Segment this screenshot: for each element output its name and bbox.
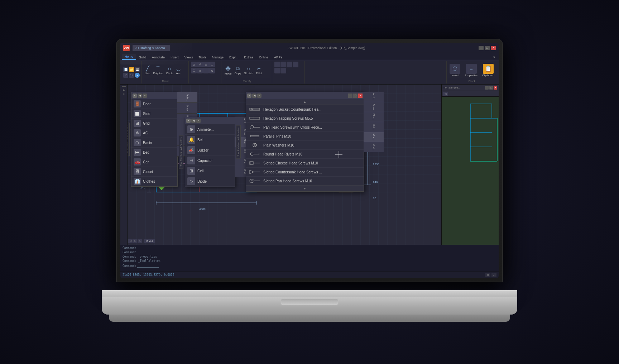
- properties-tool[interactable]: ≡ Properties: [463, 63, 479, 78]
- screws-win-close[interactable]: ✕: [358, 94, 363, 98]
- line-tool[interactable]: ╱ Line: [144, 65, 151, 76]
- rp-back[interactable]: ◁: [443, 92, 448, 96]
- palette-item-cell[interactable]: ⊞ Cell: [185, 166, 235, 176]
- palette-item-ac[interactable]: ❄ AC: [131, 128, 177, 138]
- arch-palette-close[interactable]: ✕: [133, 94, 137, 98]
- save-icon[interactable]: 💾: [135, 67, 140, 72]
- palette-item-car[interactable]: 🚗 Car: [131, 157, 177, 167]
- draw-tool-2[interactable]: ↺: [197, 62, 203, 67]
- palette-item-clothes[interactable]: 👔 Clothes: [131, 177, 177, 186]
- screw-item-8[interactable]: Slotted Countersunk Head Screws ...: [246, 168, 364, 177]
- screws-palette-close[interactable]: ✕: [247, 94, 251, 98]
- screw-item-1[interactable]: Hexagon Socket Countersunk Hea...: [246, 105, 364, 114]
- palette-item-diode[interactable]: ▷ Diode: [185, 176, 235, 187]
- copy-tool[interactable]: ⧉ Copy: [234, 65, 243, 76]
- elec-palette-close[interactable]: ✕: [186, 119, 191, 123]
- close-button[interactable]: ✕: [491, 46, 496, 50]
- tab-tools[interactable]: Tools: [196, 55, 209, 60]
- elec-palette-nav2[interactable]: ≡: [196, 119, 201, 123]
- tab-arps[interactable]: ARPs: [271, 55, 285, 60]
- screws-tab-elec[interactable]: Elec...: [364, 112, 384, 122]
- screws-win-min[interactable]: —: [348, 94, 352, 98]
- fillet-tool[interactable]: ⌐ Fillet: [255, 65, 263, 76]
- screws-tab-arch[interactable]: Arch...: [364, 92, 384, 102]
- elec-palette-nav1[interactable]: ◀: [191, 119, 196, 123]
- mod-tool-6[interactable]: [280, 68, 286, 73]
- mod-tool-4[interactable]: [293, 62, 298, 67]
- arch-palette-nav2[interactable]: ≡: [143, 94, 147, 98]
- circle-tool[interactable]: ○ Circle: [165, 65, 174, 76]
- rp-min[interactable]: —: [485, 86, 489, 90]
- palette-item-grid[interactable]: ⊞ Grid: [131, 119, 177, 128]
- draw-tool-7[interactable]: ⋯: [203, 68, 209, 73]
- clipboard-tool[interactable]: 📋 Clipboard: [481, 63, 496, 78]
- open-file-icon[interactable]: 📁: [129, 67, 134, 72]
- palette-item-bell[interactable]: 🔔 Bell: [185, 135, 235, 145]
- new-file-icon[interactable]: 📄: [123, 67, 128, 72]
- screws-scroll-down[interactable]: ▼: [246, 186, 364, 191]
- tab-manage[interactable]: Manage: [209, 55, 226, 60]
- rp-max[interactable]: □: [489, 86, 493, 90]
- tab-more[interactable]: ▼: [491, 55, 497, 60]
- palette-item-stud[interactable]: ⬜ Stud: [131, 109, 177, 119]
- tab-extras[interactable]: Extras: [241, 55, 256, 60]
- screw-item-7[interactable]: Slotted Cheese Head Screws M10: [246, 159, 364, 168]
- fullscreen-icon[interactable]: ⛶: [491, 273, 496, 277]
- screws-tab-draw[interactable]: Draw: [364, 102, 384, 112]
- palette-item-bed[interactable]: 🛏 Bed: [131, 148, 177, 157]
- screws-tab-mec[interactable]: Mec...: [364, 132, 384, 142]
- redo-icon[interactable]: ↪: [129, 73, 134, 78]
- tab-expr[interactable]: Expr...: [226, 55, 241, 60]
- tab-solid[interactable]: Solid: [136, 55, 149, 60]
- mod-tool-2[interactable]: [280, 62, 286, 67]
- arc-tool[interactable]: ◡ Arc: [175, 65, 182, 76]
- draw-tool-6[interactable]: ◇: [197, 68, 203, 73]
- move-tool[interactable]: ✥ Move: [224, 65, 233, 76]
- palette-item-ammeter[interactable]: ⊕ Ammete...: [185, 124, 235, 135]
- palette-item-buzzer[interactable]: 📣 Buzzer: [185, 145, 235, 155]
- screw-item-9[interactable]: Slotted Pan Head Screws M10: [246, 177, 364, 186]
- mod-tool-1[interactable]: [274, 62, 280, 67]
- draw-tool-4[interactable]: □: [209, 62, 215, 67]
- toolbar-arrow[interactable]: ▶: [123, 88, 125, 92]
- maximize-button[interactable]: □: [485, 46, 490, 50]
- arch-palette-nav1[interactable]: ◀: [138, 94, 142, 98]
- tab-home[interactable]: Home: [122, 54, 136, 60]
- stretch-tool[interactable]: ↔ Stretch: [243, 65, 254, 76]
- palette-item-capacitor[interactable]: ⊣ Capacitor: [185, 155, 235, 166]
- screw-item-4[interactable]: Parallel Pins M10: [246, 132, 364, 141]
- file-tab[interactable]: 2D Drafting & Annota...: [133, 45, 170, 51]
- mod-tool-3[interactable]: [287, 62, 292, 67]
- screw-item-3[interactable]: Pan Head Screws with Cross Rece...: [246, 123, 364, 132]
- tab-draw[interactable]: Draw: [177, 103, 197, 114]
- draw-tool-1[interactable]: ⊙: [191, 62, 197, 67]
- model-tab[interactable]: Model: [144, 239, 155, 243]
- tab-arch-active[interactable]: Arch...: [177, 92, 197, 103]
- screws-win-max[interactable]: □: [353, 94, 358, 98]
- screws-palette-nav2[interactable]: ≡: [257, 94, 261, 98]
- tab-insert[interactable]: Insert: [168, 55, 182, 60]
- insert-tool[interactable]: ⬡ Insert: [448, 63, 462, 78]
- rp-close[interactable]: ✕: [494, 86, 497, 90]
- palette-item-closet[interactable]: 🗄 Closet: [131, 167, 177, 177]
- toolbar-icon-1[interactable]: ≡: [123, 92, 125, 96]
- screw-item-6[interactable]: Round Head Rivets M10: [246, 150, 364, 159]
- draw-tool-3[interactable]: ⌂: [203, 62, 209, 67]
- palette-item-basin[interactable]: ⬡ Basin: [131, 138, 177, 148]
- screw-item-2[interactable]: Hexagon Tapping Screws M5.5: [246, 114, 364, 123]
- palette-item-door[interactable]: 🚪 Door: [131, 99, 177, 109]
- draw-tool-8[interactable]: ⊕: [209, 68, 215, 73]
- screws-tab-hat[interactable]: Hat...: [364, 122, 384, 132]
- settings-icon[interactable]: ⚙: [485, 273, 490, 277]
- scroll-right2[interactable]: ▷: [138, 239, 142, 243]
- polyline-tool[interactable]: ⌒ Polyline: [152, 65, 164, 76]
- screws-tab-mod[interactable]: Mod...: [364, 142, 384, 152]
- screws-scroll-up[interactable]: ▲: [246, 99, 364, 105]
- minimize-button[interactable]: —: [479, 46, 484, 50]
- screw-item-5[interactable]: Plain Washers M10: [246, 141, 364, 150]
- tab-annotate[interactable]: Annotate: [149, 55, 168, 60]
- undo-icon[interactable]: ↩: [123, 73, 128, 78]
- scroll-right[interactable]: ▷: [133, 239, 137, 243]
- screws-palette-nav1[interactable]: ◀: [252, 94, 256, 98]
- draw-tool-5[interactable]: ⬡: [191, 68, 197, 73]
